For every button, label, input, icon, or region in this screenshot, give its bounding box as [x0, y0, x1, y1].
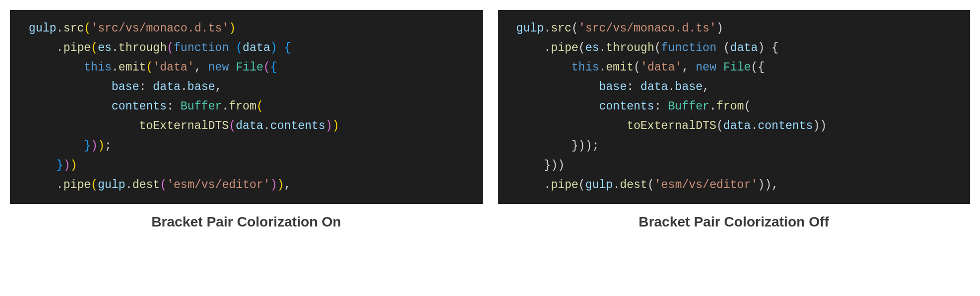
token-property: base — [187, 80, 215, 94]
token-method: emit — [118, 61, 146, 74]
code-line: })); — [15, 136, 472, 156]
token-keyword: function — [174, 42, 229, 54]
token-method: pipe — [551, 178, 578, 192]
token-identifier: data — [153, 80, 180, 94]
token-string: 'src/vs/monaco.d.ts' — [578, 22, 716, 35]
token-semicolon: ; — [592, 140, 599, 152]
bracket-close: ) — [820, 120, 827, 132]
token-dot: . — [111, 42, 118, 54]
token-keyword: function — [661, 42, 716, 54]
bracket-close: } — [56, 159, 63, 172]
token-comma: , — [215, 80, 222, 94]
token-method: toExternalDTS — [139, 120, 228, 132]
bracket-open: ( — [167, 42, 174, 54]
token-param: data — [243, 42, 270, 54]
token-method: from — [716, 100, 744, 113]
bracket-open: ( — [263, 61, 270, 74]
token-comma: , — [703, 80, 710, 94]
token-dot: . — [56, 42, 63, 54]
token-dot: . — [111, 61, 118, 74]
bracket-close: ) — [229, 22, 236, 35]
token-class: File — [236, 61, 263, 74]
bracket-open: { — [284, 42, 291, 54]
code-line: base: data.base, — [503, 78, 960, 97]
code-line: this.emit('data', new File({ — [503, 58, 960, 78]
bracket-open: ( — [84, 22, 91, 35]
code-line: toExternalDTS(data.contents)) — [503, 116, 960, 136]
bracket-open: ( — [91, 178, 98, 192]
code-line: contents: Buffer.from( — [15, 97, 472, 116]
token-dot: . — [599, 61, 606, 74]
token-class: Buffer — [668, 100, 710, 113]
bracket-open: ( — [578, 42, 585, 54]
token-property: base — [599, 80, 627, 94]
token-method: pipe — [63, 42, 91, 54]
bracket-close: ) — [758, 42, 765, 54]
bracket-close: ) — [270, 178, 277, 192]
token-dot: . — [613, 178, 620, 192]
token-comma: , — [772, 178, 779, 192]
token-param: data — [730, 42, 758, 54]
code-block-on: gulp.src('src/vs/monaco.d.ts') .pipe(es.… — [10, 10, 483, 204]
token-dot: . — [56, 22, 63, 35]
code-line: })); — [503, 136, 960, 156]
caption-on: Bracket Pair Colorization On — [151, 214, 341, 230]
code-line: })) — [15, 156, 472, 176]
bracket-open: ( — [236, 42, 243, 54]
token-colon: : — [627, 80, 634, 94]
token-class: File — [723, 61, 751, 74]
code-line: gulp.src('src/vs/monaco.d.ts') — [15, 19, 472, 38]
token-identifier: data — [236, 120, 263, 132]
token-class: Buffer — [180, 100, 222, 113]
bracket-close: ) — [325, 120, 332, 132]
bracket-close: ) — [91, 140, 98, 152]
bracket-close: ) — [332, 120, 339, 132]
code-line: this.emit('data', new File({ — [15, 58, 472, 78]
token-semicolon: ; — [104, 140, 111, 152]
token-property: contents — [111, 100, 166, 113]
bracket-close: ) — [98, 140, 105, 152]
bracket-open: ( — [723, 42, 730, 54]
token-identifier: gulp — [29, 22, 56, 35]
token-property: contents — [270, 120, 325, 132]
code-line: gulp.src('src/vs/monaco.d.ts') — [503, 19, 960, 38]
bracket-open: ( — [572, 22, 579, 35]
token-comma: , — [194, 61, 201, 74]
token-string: 'data' — [153, 61, 194, 74]
token-identifier: es — [585, 42, 599, 54]
token-dot: . — [125, 178, 132, 192]
token-colon: : — [139, 80, 146, 94]
token-method: src — [551, 22, 571, 35]
token-method: through — [606, 42, 655, 54]
bracket-open: ( — [146, 61, 153, 74]
token-dot: . — [751, 120, 758, 132]
token-dot: . — [56, 178, 63, 192]
token-identifier: data — [723, 120, 751, 132]
token-property: base — [111, 80, 139, 94]
bracket-close: ) — [63, 159, 70, 172]
token-identifier: gulp — [98, 178, 125, 192]
code-line: .pipe(es.through(function (data) { — [503, 38, 960, 58]
bracket-close: ) — [765, 178, 772, 192]
token-this: this — [84, 61, 111, 74]
token-method: src — [63, 22, 84, 35]
token-this: this — [572, 61, 599, 74]
token-identifier: data — [641, 80, 668, 94]
token-dot: . — [222, 100, 229, 113]
token-dot: . — [263, 120, 270, 132]
caption-off: Bracket Pair Colorization Off — [639, 214, 829, 230]
token-colon: : — [654, 100, 661, 113]
token-string: 'src/vs/monaco.d.ts' — [91, 22, 229, 35]
bracket-open: ( — [91, 42, 98, 54]
bracket-close: ) — [716, 22, 723, 35]
token-dot: . — [599, 42, 606, 54]
token-dot: . — [544, 42, 551, 54]
token-comma: , — [682, 61, 689, 74]
code-line: })) — [503, 156, 960, 176]
token-dot: . — [544, 178, 551, 192]
token-property: contents — [758, 120, 813, 132]
bracket-close: ) — [758, 178, 765, 192]
bracket-close: ) — [813, 120, 820, 132]
panel-colorization-on: gulp.src('src/vs/monaco.d.ts') .pipe(es.… — [10, 10, 483, 230]
token-method: toExternalDTS — [627, 120, 716, 132]
